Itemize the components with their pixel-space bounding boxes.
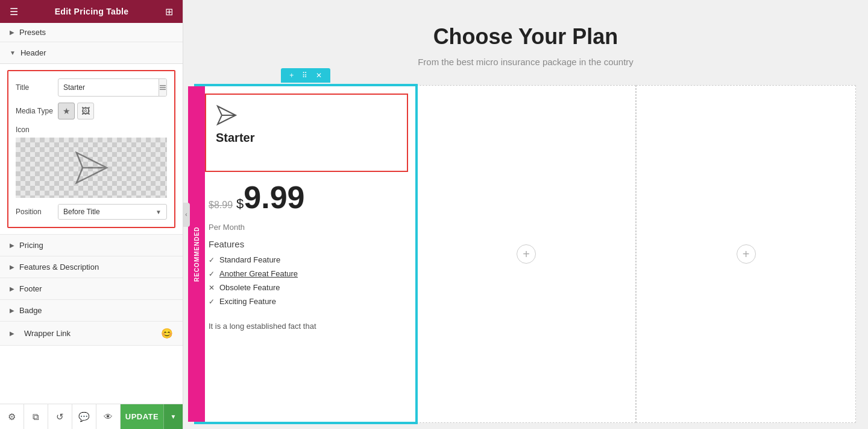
badge-label: Badge (19, 306, 42, 315)
icon-label: Icon (16, 126, 167, 134)
svg-rect-0 (160, 85, 166, 86)
icon-preview (16, 138, 167, 198)
pricing-label: Pricing (19, 241, 43, 250)
features-title: Features (209, 239, 403, 249)
add-card-3-button[interactable]: + (737, 244, 756, 264)
check-icon-1: ✓ (209, 256, 215, 264)
sidebar-title: Edit Pricing Table (55, 7, 129, 16)
title-field-row: Title (16, 78, 167, 97)
wrapper-link-emoji-icon: 😊 (161, 328, 173, 339)
card-header-area: Recommended Starter (197, 86, 415, 172)
card-plan-icon (216, 104, 237, 126)
card-plan-name: Starter (216, 131, 254, 145)
grid-icon[interactable]: ⊞ (165, 6, 173, 17)
position-label: Position (16, 208, 58, 216)
feature-item-1: ✓ Standard Feature (209, 255, 403, 264)
features-section: Features ✓ Standard Feature ✓ Another Gr… (197, 239, 415, 320)
description-section: It is a long established fact that (197, 320, 415, 333)
current-price: $ 9.99 (236, 182, 304, 213)
sidebar-item-footer[interactable]: ▶ Footer (0, 278, 183, 300)
features-arrow-icon: ▶ (10, 264, 14, 270)
page-subtitle: From the best micro insurance package in… (195, 57, 856, 67)
original-price: $8.99 (209, 200, 233, 211)
sidebar-item-wrapper-link[interactable]: ▶ Wrapper Link 😊 (0, 322, 183, 346)
check-icon-2: ✓ (209, 270, 215, 278)
header-label: Header (20, 48, 46, 57)
eye-icon-btn[interactable]: 👁 (96, 404, 121, 430)
title-input-icon[interactable] (159, 79, 166, 96)
position-select[interactable]: Before Title After Title (58, 205, 151, 219)
card-inner-box: Starter (205, 94, 408, 172)
title-input-wrapper (58, 78, 167, 97)
feature-text-2: Another Great Feature (219, 269, 298, 278)
feature-text-3: Obsolete Feature (219, 283, 280, 292)
card-toolbar-add-btn[interactable]: + (287, 71, 296, 80)
header-section: ▼ Header Title Media Type (0, 42, 183, 235)
update-btn-wrapper: UPDATE ▼ (121, 404, 183, 430)
wrapper-link-label: Wrapper Link (24, 329, 71, 338)
feature-item-4: ✓ Exciting Feature (209, 297, 403, 306)
header-arrow-icon: ▼ (10, 49, 16, 56)
sidebar-item-badge[interactable]: ▶ Badge (0, 300, 183, 322)
pricing-card-starter[interactable]: + ⠿ ✕ Recommended Starter $8.99 (195, 85, 417, 423)
features-label: Features & Description (19, 262, 99, 272)
sidebar-item-presets[interactable]: ▶ Presets (0, 23, 183, 42)
main-content: Choose Your Plan From the best micro ins… (183, 0, 868, 429)
pricing-section: $8.99 $ 9.99 (197, 172, 415, 223)
sidebar-item-features[interactable]: ▶ Features & Description (0, 256, 183, 278)
price-amount: 9.99 (244, 182, 304, 213)
sidebar-content: ▶ Presets ▼ Header Title (0, 23, 183, 404)
sidebar-item-header[interactable]: ▼ Header (0, 42, 183, 64)
svg-rect-1 (160, 87, 166, 88)
sidebar-footer: ⚙ ⧉ ↺ 💬 👁 UPDATE ▼ (0, 404, 183, 429)
feature-text-4: Exciting Feature (219, 297, 276, 306)
title-label: Title (16, 83, 58, 92)
hamburger-icon[interactable]: ☰ (10, 6, 18, 17)
wrapper-link-arrow-icon: ▶ (10, 330, 14, 337)
footer-label: Footer (19, 284, 42, 293)
cards-container: + ⠿ ✕ Recommended Starter $8.99 (195, 85, 856, 423)
media-icon-image-btn[interactable]: 🖼 (77, 103, 94, 119)
svg-rect-2 (160, 89, 166, 91)
media-icon-star-btn[interactable]: ★ (58, 103, 75, 119)
comment-icon-btn[interactable]: 💬 (72, 404, 96, 430)
pricing-card-empty-3[interactable]: + (636, 85, 856, 423)
paper-plane-preview-icon (74, 150, 110, 186)
card-toolbar-close-btn[interactable]: ✕ (313, 71, 324, 80)
sidebar: ☰ Edit Pricing Table ⊞ ▶ Presets ▼ Heade… (0, 0, 183, 429)
feature-text-1: Standard Feature (219, 255, 280, 264)
add-card-2-button[interactable]: + (517, 244, 536, 264)
collapse-handle[interactable]: ‹ (183, 203, 190, 227)
pricing-card-empty-2[interactable]: + (417, 85, 637, 423)
layers-icon-btn[interactable]: ⧉ (24, 404, 48, 430)
per-month: Per Month (197, 223, 415, 239)
presets-arrow-icon: ▶ (10, 29, 14, 36)
check-icon-4: ✓ (209, 297, 215, 306)
card-toolbar-move-btn[interactable]: ⠿ (300, 71, 310, 80)
update-button[interactable]: UPDATE (121, 404, 163, 430)
sidebar-item-pricing[interactable]: ▶ Pricing (0, 235, 183, 256)
pricing-arrow-icon: ▶ (10, 242, 14, 249)
currency-sign: $ (236, 196, 244, 212)
media-type-row: Media Type ★ 🖼 (16, 103, 167, 119)
feature-item-3: ✕ Obsolete Feature (209, 283, 403, 292)
title-input[interactable] (58, 80, 159, 95)
history-icon-btn[interactable]: ↺ (48, 404, 72, 430)
sidebar-header-bar: ☰ Edit Pricing Table ⊞ (0, 0, 183, 23)
recommended-badge: Recommended (188, 86, 205, 422)
presets-label: Presets (19, 28, 46, 37)
media-type-icons: ★ 🖼 (58, 103, 94, 119)
position-select-arrow-icon: ▼ (151, 209, 166, 215)
card-toolbar: + ⠿ ✕ (281, 68, 330, 83)
media-type-label: Media Type (16, 107, 58, 115)
description-text: It is a long established fact that (209, 322, 316, 331)
cross-icon-3: ✕ (209, 284, 215, 292)
position-select-wrapper: Before Title After Title ▼ (58, 204, 167, 220)
badge-arrow-icon: ▶ (10, 307, 14, 314)
page-title: Choose Your Plan (195, 24, 856, 49)
footer-arrow-icon: ▶ (10, 285, 14, 292)
update-dropdown-button[interactable]: ▼ (163, 404, 183, 430)
header-panel: Title Media Type ★ 🖼 (7, 70, 175, 228)
settings-icon-btn[interactable]: ⚙ (0, 404, 24, 430)
position-row: Position Before Title After Title ▼ (16, 204, 167, 220)
